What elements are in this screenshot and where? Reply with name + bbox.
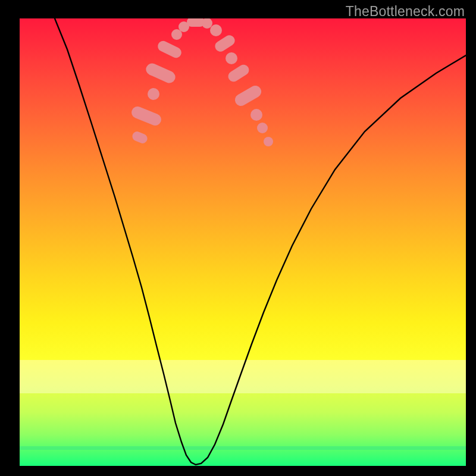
plot-area (20, 18, 466, 466)
chart-frame: TheBottleneck.com (0, 0, 476, 476)
watermark-text: TheBottleneck.com (346, 4, 465, 20)
